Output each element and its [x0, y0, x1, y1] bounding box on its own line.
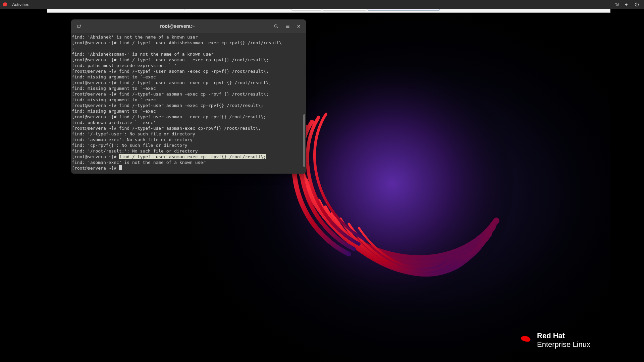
terminal-content[interactable]: find: 'Abhishek' is not the name of a kn… [71, 33, 306, 174]
terminal-window[interactable]: root@servera:~ find: 'Abhishek' is not t… [71, 19, 306, 174]
terminal-title: root@servera:~ [84, 23, 271, 29]
terminal-titlebar[interactable]: root@servera:~ [71, 19, 306, 33]
search-button[interactable] [271, 21, 281, 31]
power-icon[interactable] [634, 2, 639, 7]
scrollbar[interactable] [303, 34, 305, 172]
close-terminal-button[interactable] [294, 21, 303, 31]
host-topbar: Activities [0, 0, 644, 9]
logo-line1: Red Hat [537, 331, 590, 340]
activities-button[interactable]: Activities [9, 1, 32, 8]
rhel-logo: Red Hat Enterprise Linux [518, 331, 590, 349]
logo-line2: Enterprise Linux [537, 340, 590, 349]
menu-button[interactable] [282, 21, 292, 31]
redhat-icon [518, 334, 532, 346]
guest-desktop: Red Hat Enterprise Linux root@servera:~ … [47, 13, 610, 362]
scrollbar-thumb[interactable] [303, 114, 305, 167]
network-icon[interactable] [615, 2, 620, 7]
new-tab-button[interactable] [74, 21, 84, 31]
svg-point-20 [274, 24, 277, 27]
volume-icon[interactable] [625, 2, 630, 7]
svg-point-18 [272, 63, 513, 304]
fedora-icon [3, 2, 7, 7]
